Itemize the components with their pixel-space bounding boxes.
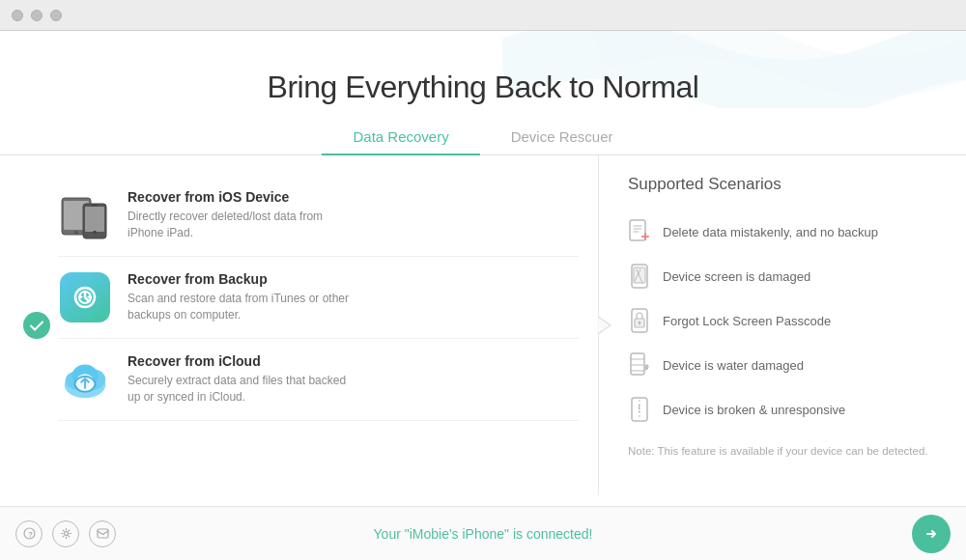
icloud-item-title: Recover from iCloud — [128, 353, 359, 369]
minimize-button[interactable] — [31, 10, 43, 21]
backup-item-title: Recover from Backup — [128, 271, 359, 287]
svg-marker-8 — [79, 294, 83, 299]
scenario-item-screen: Device screen is damaged — [628, 254, 937, 298]
svg-point-2 — [74, 231, 78, 235]
ios-item-title: Recover from iOS Device — [128, 189, 359, 205]
tabs-container: Data Recovery Device Rescuer — [0, 121, 966, 155]
heading-section: Bring Everything Back to Normal — [0, 31, 966, 105]
scenario-item-broken: ! Device is broken & unresponsive — [628, 387, 937, 432]
scenario-item-delete: Delete data mistakenly, and no backup — [628, 210, 937, 254]
svg-point-31 — [64, 532, 68, 536]
tab-data-recovery[interactable]: Data Recovery — [322, 121, 479, 154]
panels-container: Recover from iOS Device Directly recover… — [0, 155, 966, 495]
backup-icon — [58, 270, 112, 324]
scenario-text-water: Device is water damaged — [663, 358, 804, 373]
svg-point-6 — [93, 231, 97, 235]
bottom-bar: ? Your "iMobie's iPhone" is connected! — [0, 506, 966, 560]
icloud-icon — [58, 352, 112, 406]
title-bar — [0, 0, 966, 31]
svg-rect-5 — [92, 205, 98, 207]
scenario-text-delete: Delete data mistakenly, and no backup — [663, 225, 878, 239]
scenarios-note: Note: This feature is available if your … — [628, 443, 937, 459]
scenario-text-screen: Device screen is damaged — [663, 269, 810, 284]
recovery-item-icloud[interactable]: Recover from iCloud Securely extract dat… — [58, 339, 579, 421]
svg-rect-32 — [98, 529, 108, 538]
maximize-button[interactable] — [50, 10, 62, 21]
tab-device-rescuer[interactable]: Device Rescuer — [480, 121, 644, 154]
svg-point-20 — [639, 322, 641, 324]
main-title: Bring Everything Back to Normal — [0, 70, 966, 105]
email-button[interactable] — [89, 520, 116, 547]
water-damage-icon — [628, 351, 651, 378]
backup-item-description: Scan and restore data from iTunes or oth… — [128, 291, 359, 323]
delete-doc-icon — [628, 218, 651, 245]
scenario-item-passcode: Forgot Lock Screen Passcode — [628, 298, 937, 343]
ios-item-description: Directly recover deleted/lost data from … — [128, 209, 359, 241]
connected-status: Your "iMobie's iPhone" is connected! — [374, 526, 593, 542]
close-button[interactable] — [12, 10, 23, 21]
main-content: Bring Everything Back to Normal Data Rec… — [0, 31, 966, 506]
scenarios-title: Supported Scenarios — [628, 175, 937, 194]
ios-item-text: Recover from iOS Device Directly recover… — [128, 189, 359, 241]
check-indicator — [23, 312, 50, 339]
backup-item-text: Recover from Backup Scan and restore dat… — [128, 271, 359, 323]
svg-rect-4 — [85, 207, 104, 232]
panel-divider-arrow — [598, 316, 611, 335]
svg-rect-22 — [631, 353, 644, 375]
settings-button[interactable] — [52, 520, 79, 547]
recovery-item-ios[interactable]: Recover from iOS Device Directly recover… — [58, 175, 579, 257]
right-panel: Supported Scenarios Delete data mistaken… — [599, 155, 966, 495]
left-panel: Recover from iOS Device Directly recover… — [0, 155, 599, 495]
screen-damaged-icon — [628, 263, 651, 290]
svg-text:?: ? — [28, 530, 33, 539]
icloud-item-text: Recover from iCloud Securely extract dat… — [128, 353, 359, 406]
help-button[interactable]: ? — [15, 520, 43, 547]
next-button[interactable] — [912, 515, 951, 553]
lock-icon — [628, 307, 651, 334]
recovery-item-backup[interactable]: Recover from Backup Scan and restore dat… — [58, 257, 579, 339]
scenario-text-passcode: Forgot Lock Screen Passcode — [663, 314, 831, 328]
svg-text:!: ! — [638, 404, 640, 414]
ios-device-icon — [58, 188, 112, 242]
bottom-icons: ? — [15, 520, 116, 547]
scenario-text-broken: Device is broken & unresponsive — [663, 403, 845, 417]
broken-device-icon: ! — [628, 396, 651, 423]
icloud-item-description: Securely extract data and files that bac… — [128, 373, 359, 406]
scenario-item-water: Device is water damaged — [628, 343, 937, 387]
